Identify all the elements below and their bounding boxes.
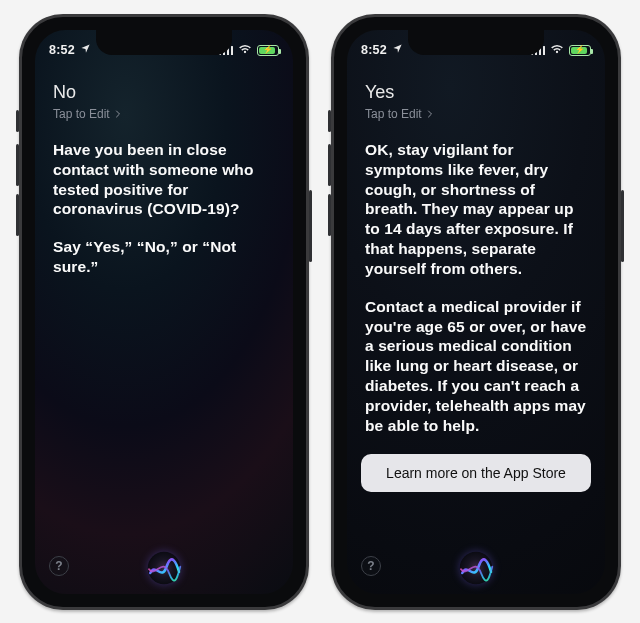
user-utterance-row: Yes Tap to Edit: [347, 64, 605, 126]
help-button[interactable]: ?: [49, 556, 69, 576]
location-arrow-icon: [80, 43, 91, 57]
siri-paragraph: Have you been in close contact with some…: [53, 140, 275, 219]
notch: [408, 30, 544, 55]
tap-to-edit-button[interactable]: Tap to Edit: [365, 107, 434, 121]
mute-switch[interactable]: [16, 110, 19, 132]
status-time: 8:52: [361, 43, 387, 57]
help-icon: ?: [367, 559, 374, 573]
wifi-icon: [238, 43, 252, 57]
power-button[interactable]: [621, 190, 624, 262]
notch: [96, 30, 232, 55]
volume-up-button[interactable]: [328, 144, 331, 186]
iphone-right: 8:52 ⚡ Yes: [331, 14, 621, 610]
wifi-icon: [550, 43, 564, 57]
device-bezel: 8:52 ⚡ Yes: [334, 17, 618, 607]
volume-up-button[interactable]: [16, 144, 19, 186]
siri-paragraph: Say “Yes,” “No,” or “Not sure.”: [53, 237, 275, 277]
battery-icon: ⚡: [257, 45, 279, 56]
screen: 8:52 ⚡ Yes: [347, 30, 605, 594]
user-utterance-row: No Tap to Edit: [35, 64, 293, 126]
device-bezel: 8:52 ⚡ No: [22, 17, 306, 607]
location-arrow-icon: [392, 43, 403, 57]
chevron-right-icon: [426, 110, 434, 118]
siri-paragraph: Contact a medical provider if you're age…: [365, 297, 587, 436]
siri-response: Have you been in close contact with some…: [35, 126, 293, 277]
tap-to-edit-label: Tap to Edit: [53, 107, 110, 121]
battery-icon: ⚡: [569, 45, 591, 56]
chevron-right-icon: [114, 110, 122, 118]
tap-to-edit-button[interactable]: Tap to Edit: [53, 107, 122, 121]
cta-label: Learn more on the App Store: [386, 465, 566, 481]
siri-paragraph: OK, stay vigilant for symptoms like feve…: [365, 140, 587, 279]
siri-response: OK, stay vigilant for symptoms like feve…: [347, 126, 605, 436]
siri-orb-icon[interactable]: [456, 548, 496, 588]
learn-more-app-store-button[interactable]: Learn more on the App Store: [361, 454, 591, 492]
help-button[interactable]: ?: [361, 556, 381, 576]
status-time: 8:52: [49, 43, 75, 57]
volume-down-button[interactable]: [328, 194, 331, 236]
user-utterance: No: [53, 82, 275, 103]
volume-down-button[interactable]: [16, 194, 19, 236]
tap-to-edit-label: Tap to Edit: [365, 107, 422, 121]
help-icon: ?: [55, 559, 62, 573]
screen: 8:52 ⚡ No: [35, 30, 293, 594]
iphone-left: 8:52 ⚡ No: [19, 14, 309, 610]
user-utterance: Yes: [365, 82, 587, 103]
siri-orb-icon[interactable]: [144, 548, 184, 588]
mute-switch[interactable]: [328, 110, 331, 132]
power-button[interactable]: [309, 190, 312, 262]
